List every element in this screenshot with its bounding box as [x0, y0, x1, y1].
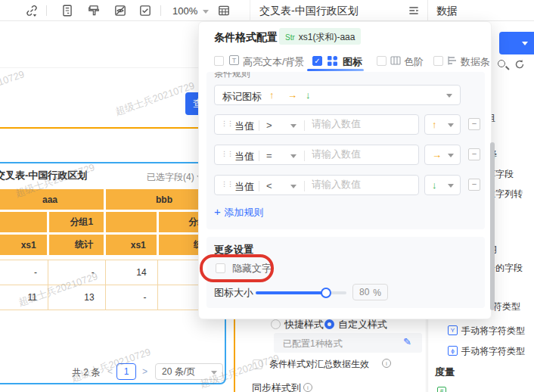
- annotation-highlight: [200, 254, 274, 282]
- tab-colorscale-label[interactable]: 色阶: [404, 55, 424, 69]
- arrow-down-icon: ↓: [432, 179, 437, 191]
- remove-rule-button[interactable]: −: [468, 179, 480, 191]
- measure-section-header: 度量: [435, 366, 455, 379]
- tab-databar-checkbox[interactable]: [433, 56, 443, 66]
- edit-icon[interactable]: ✎: [403, 336, 411, 347]
- add-rule-button[interactable]: + 添加规则: [214, 205, 263, 219]
- link-icon[interactable]: [25, 4, 39, 17]
- custom-style-label[interactable]: 自定义样式: [338, 318, 387, 331]
- column-header: 统计: [49, 235, 104, 255]
- app-screen: 查询 交叉表-中国行政区划 已选字段(4) aaa bbb 分组1 分组1 xs…: [0, 0, 534, 392]
- rules-section: 条件规则 标记图标 ↑ → ↓ ⋮⋮ 当值 > ↑: [206, 72, 485, 229]
- quick-style-label[interactable]: 快捷样式: [284, 318, 324, 331]
- divider: [259, 181, 259, 191]
- subgroup-header: 分组1: [49, 212, 104, 232]
- rule-icon-select[interactable]: ↑: [424, 114, 461, 135]
- operator-select[interactable]: >: [266, 120, 272, 131]
- check-square-icon[interactable]: [138, 4, 152, 17]
- tab-highlight-checkbox[interactable]: [214, 56, 224, 66]
- configured-format-box[interactable]: 已配置1种格式 ✎: [274, 333, 422, 353]
- search-icon[interactable]: [498, 60, 505, 67]
- rule-row: ⋮⋮ 当值 =: [214, 145, 419, 165]
- apply-summary-label[interactable]: 条件样式对汇总数据生效: [269, 358, 369, 371]
- value-input[interactable]: [312, 179, 408, 190]
- notes-icon[interactable]: [61, 4, 74, 17]
- divider: [304, 181, 305, 191]
- selected-fields-label: 已选字段(4): [147, 172, 194, 182]
- tab-icon-checkbox[interactable]: ✓: [312, 56, 322, 66]
- panel-scrollbar[interactable]: [490, 142, 495, 310]
- chevron-down-icon: [203, 10, 209, 14]
- field-tag-label: xs1(求和)-aaa: [299, 32, 355, 42]
- selected-fields-dropdown[interactable]: 已选字段(4): [147, 171, 203, 184]
- icon-size-slider-handle[interactable]: [321, 288, 331, 298]
- crosstab-widget[interactable]: 交叉表-中国行政区划 已选字段(4) aaa bbb 分组1 分组1 xs1 统…: [0, 162, 226, 384]
- data-bar-icon: [447, 55, 458, 66]
- icon-size-input-box: %: [352, 284, 388, 300]
- chevron-down-icon: [448, 154, 454, 157]
- tab-highlight-label[interactable]: 高亮文本/背景: [243, 55, 305, 69]
- drag-handle[interactable]: ⋮⋮: [221, 180, 233, 188]
- tab-data[interactable]: 数据: [436, 5, 458, 18]
- marker-icon-select[interactable]: 标记图标 ↑ → ↓: [214, 85, 461, 105]
- quick-style-radio[interactable]: [271, 319, 281, 329]
- crosstab-header: aaa bbb 分组1 分组1 xs1 统计 xs1 统计: [0, 187, 225, 257]
- field-type-badge: Str: [285, 33, 295, 42]
- remove-rule-button[interactable]: −: [468, 148, 480, 160]
- table-cell: -: [0, 260, 48, 285]
- divider: [259, 120, 259, 131]
- plus-icon: +: [214, 205, 221, 218]
- panel-menu-item[interactable]: 手动将字符类型: [461, 325, 525, 338]
- toolbar-divider: [427, 0, 428, 21]
- hide-eye-icon[interactable]: [113, 4, 127, 17]
- calculator-icon[interactable]: [217, 4, 231, 17]
- chevron-down-icon: [290, 185, 296, 188]
- active-tab-underline: [307, 69, 364, 71]
- panel-menu-item[interactable]: 手动将字符类型: [461, 345, 525, 358]
- outline-list-icon[interactable]: [407, 4, 421, 17]
- rule-row: ⋮⋮ 当值 <: [214, 175, 419, 195]
- drag-handle[interactable]: ⋮⋮: [221, 120, 233, 127]
- drag-handle[interactable]: ⋮⋮: [221, 150, 233, 157]
- dialog-title: 条件格式配置: [214, 31, 278, 45]
- column-header: xs1: [0, 235, 47, 255]
- remove-rule-button[interactable]: −: [468, 118, 480, 130]
- value-input[interactable]: [312, 148, 408, 160]
- text-type-field-icon: Y: [448, 325, 458, 335]
- next-page-button[interactable]: >: [142, 366, 147, 377]
- operator-select[interactable]: <: [266, 180, 272, 191]
- rule-icon-select[interactable]: →: [424, 145, 461, 165]
- info-icon: i: [382, 359, 391, 368]
- value-input[interactable]: [312, 118, 408, 129]
- page-size-label: 20 条/页: [162, 366, 195, 377]
- tab-databar-label[interactable]: 数据条: [461, 55, 490, 69]
- top-toolbar: 100% 交叉表-中国行政区划 数据: [0, 0, 534, 21]
- column-header: xs1: [106, 235, 157, 255]
- field-tag: Strxs1(求和)-aaa: [279, 28, 361, 45]
- format-painter-icon[interactable]: [87, 4, 101, 17]
- chevron-down-icon: [448, 184, 454, 188]
- tab-colorscale-checkbox[interactable]: [377, 56, 387, 66]
- arrow-down-icon: ↓: [306, 89, 311, 101]
- rules-section-label: 条件规则: [214, 72, 250, 80]
- refresh-icon[interactable]: [514, 59, 525, 70]
- zoom-level-label: 100%: [172, 5, 197, 17]
- percent-unit: %: [373, 288, 381, 298]
- watermark: 超级士兵20210729: [0, 67, 26, 107]
- operator-select[interactable]: =: [266, 150, 272, 161]
- arrow-right-icon: →: [287, 89, 297, 101]
- text-type-field-icon: ϕ: [448, 346, 458, 356]
- zoom-level-dropdown[interactable]: 100%: [172, 5, 209, 17]
- custom-style-radio[interactable]: [324, 319, 334, 329]
- update-button[interactable]: [499, 32, 534, 54]
- rule-icon-select[interactable]: ↓: [424, 175, 461, 195]
- divider: [259, 151, 259, 161]
- watermark: 超级士兵20210729: [113, 79, 197, 119]
- param-area-divider: [0, 67, 198, 68]
- rule-when-label: 当值: [234, 180, 254, 194]
- configured-format-label: 已配置1种格式: [283, 338, 343, 350]
- tab-icon-label[interactable]: 图标: [343, 55, 362, 69]
- icon-size-slider-fill: [256, 291, 326, 294]
- header-cell-empty: [106, 212, 157, 232]
- rule-row: ⋮⋮ 当值 >: [214, 114, 419, 135]
